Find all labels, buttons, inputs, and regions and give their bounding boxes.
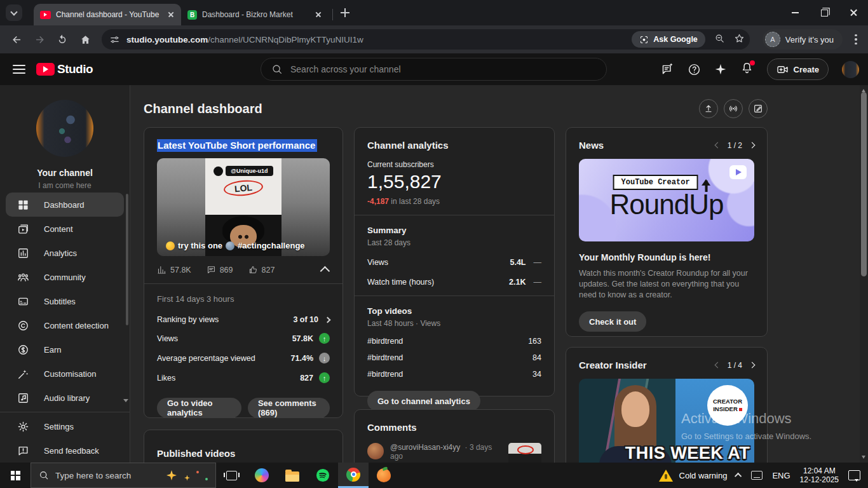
browser-menu-button[interactable] bbox=[850, 34, 862, 44]
tab-search-button[interactable] bbox=[6, 4, 22, 21]
start-button[interactable] bbox=[0, 463, 31, 488]
window-close-button[interactable] bbox=[839, 0, 868, 25]
spotify-button[interactable] bbox=[308, 463, 338, 488]
channel-avatar[interactable] bbox=[36, 100, 93, 157]
window-minimize-button[interactable] bbox=[780, 0, 810, 25]
page-scrollbar[interactable] bbox=[860, 85, 868, 463]
back-button[interactable] bbox=[6, 29, 27, 50]
notifications-icon[interactable] bbox=[848, 470, 860, 480]
chevron-right-icon[interactable] bbox=[749, 142, 756, 149]
go-live-button[interactable] bbox=[724, 99, 743, 118]
sparkle-icon[interactable] bbox=[714, 63, 727, 76]
likes-count: 827 bbox=[262, 266, 275, 274]
comment-video-thumbnail[interactable] bbox=[508, 443, 541, 463]
sidebar-item-send-feedback[interactable]: Send feedback bbox=[0, 438, 130, 463]
task-view-button[interactable] bbox=[216, 463, 247, 488]
views-stat: 57.8K bbox=[157, 265, 191, 274]
scroll-up-arrow-icon[interactable] bbox=[862, 87, 865, 92]
sidebar-scroll-arrow-icon[interactable] bbox=[123, 399, 128, 405]
sidebar-item-earn[interactable]: Earn bbox=[0, 337, 130, 362]
browser-toolbar: studio.youtube.com/channel/UCNRNqDibPlmy… bbox=[0, 25, 868, 53]
sidebar-item-content[interactable]: Content bbox=[0, 217, 130, 241]
comment-author[interactable]: @suroviHasan-xi4yy bbox=[390, 443, 460, 452]
studio-search-bar[interactable] bbox=[261, 58, 607, 81]
sidebar-item-community[interactable]: Community bbox=[0, 265, 130, 289]
analytics-button-row: Go to channel analytics bbox=[367, 391, 541, 411]
language-indicator[interactable]: ENG bbox=[772, 471, 790, 480]
check-it-out-button[interactable]: Check it out bbox=[579, 311, 646, 332]
create-button[interactable]: Create bbox=[767, 58, 829, 80]
copilot-button[interactable] bbox=[247, 463, 277, 488]
chrome-button[interactable] bbox=[338, 463, 369, 488]
feedback-icon[interactable] bbox=[661, 63, 674, 76]
copilot-sparkle-icon bbox=[166, 470, 177, 480]
go-live-icon bbox=[728, 104, 738, 114]
sidebar-item-dashboard[interactable]: Dashboard bbox=[6, 193, 124, 217]
tab-separator bbox=[332, 9, 333, 20]
notifications-button[interactable] bbox=[740, 62, 754, 78]
go-to-video-analytics-button[interactable]: Go to video analytics bbox=[157, 398, 241, 418]
short-thumbnail[interactable]: @Unique-u1d LOL try this one #actingchal… bbox=[157, 158, 330, 256]
studio-logo[interactable]: Studio bbox=[36, 62, 93, 76]
tab-close-icon[interactable] bbox=[166, 10, 176, 20]
help-icon[interactable] bbox=[688, 63, 701, 76]
top-video-row[interactable]: #birdtrend 84 bbox=[367, 353, 541, 362]
tray-chevron-icon[interactable] bbox=[735, 473, 742, 480]
scrollbar-thumb[interactable] bbox=[861, 92, 867, 276]
touch-keyboard-icon[interactable] bbox=[751, 471, 763, 480]
address-bar[interactable]: studio.youtube.com/channel/UCNRNqDibPlmy… bbox=[102, 29, 750, 50]
sidebar-item-analytics[interactable]: Analytics bbox=[0, 241, 130, 265]
notification-dot bbox=[750, 60, 755, 65]
site-settings-icon[interactable] bbox=[109, 34, 120, 45]
tab-channel-dashboard[interactable]: Channel dashboard - YouTube S bbox=[34, 4, 181, 25]
taskbar-search[interactable] bbox=[31, 463, 216, 488]
go-to-channel-analytics-button[interactable]: Go to channel analytics bbox=[367, 391, 480, 411]
tab-bizkro-market[interactable]: B Dashboard - Bizkro Market bbox=[181, 4, 329, 25]
studio-search-input[interactable] bbox=[290, 64, 596, 74]
home-button[interactable] bbox=[75, 29, 95, 50]
channel-name: Your channel bbox=[0, 168, 130, 178]
sidebar-item-settings[interactable]: Settings bbox=[0, 414, 130, 438]
scroll-down-arrow-icon[interactable] bbox=[862, 456, 865, 461]
zoom-button[interactable] bbox=[714, 33, 725, 46]
metric-value: 57.8K bbox=[292, 334, 313, 343]
menu-hamburger-icon[interactable] bbox=[13, 65, 25, 74]
window-restore-button[interactable] bbox=[810, 0, 839, 25]
chevron-left-icon[interactable] bbox=[714, 362, 721, 369]
new-tab-button[interactable] bbox=[337, 4, 353, 21]
play-button-icon[interactable] bbox=[729, 165, 747, 179]
sidebar-item-audio-library[interactable]: Audio library bbox=[0, 386, 130, 410]
top-video-row[interactable]: #birdtrend 34 bbox=[367, 370, 541, 379]
insider-video-thumbnail[interactable]: THIS WEEK AT YOUTUBE CREATOR INSIDER bbox=[579, 379, 754, 463]
bookmark-button[interactable] bbox=[734, 33, 745, 46]
taskbar-search-input[interactable] bbox=[55, 471, 160, 480]
sidebar-scrollbar[interactable] bbox=[126, 194, 128, 325]
summary-value: 2.1K bbox=[509, 278, 526, 287]
verify-profile-button[interactable]: A Verify it's you bbox=[763, 29, 843, 50]
metric-row-ranking[interactable]: Ranking by views 3 of 10 bbox=[157, 315, 330, 324]
file-explorer-button[interactable] bbox=[277, 463, 308, 488]
news-banner[interactable]: YouTube Creator RoundUp bbox=[579, 159, 754, 241]
chevron-right-icon[interactable] bbox=[749, 362, 756, 369]
sidebar-item-customisation[interactable]: Customisation bbox=[0, 362, 130, 386]
top-videos-title: Top videos bbox=[367, 306, 541, 316]
top-video-row[interactable]: #birdtrend 163 bbox=[367, 337, 541, 346]
chevron-left-icon[interactable] bbox=[714, 142, 721, 149]
sidebar-item-content-detection[interactable]: Content detection bbox=[0, 313, 130, 337]
tab-close-icon[interactable] bbox=[313, 10, 323, 20]
edit-button[interactable] bbox=[749, 99, 768, 118]
upload-video-button[interactable] bbox=[699, 99, 718, 118]
lol-sticker: LOL bbox=[223, 179, 264, 197]
weather-status[interactable]: Cold warning bbox=[659, 470, 728, 482]
ask-google-button[interactable]: Ask Google bbox=[632, 31, 705, 48]
clock[interactable]: 12:04 AM 12-12-2025 bbox=[800, 466, 839, 485]
reload-button[interactable] bbox=[52, 29, 72, 50]
comment-item[interactable]: @suroviHasan-xi4yy · 3 days ago [LoL] bbox=[367, 443, 541, 463]
see-comments-button[interactable]: See comments (869) bbox=[248, 398, 330, 418]
studio-header-actions: Create bbox=[661, 58, 859, 80]
forward-button[interactable] bbox=[29, 29, 50, 50]
sidebar-item-subtitles[interactable]: Subtitles bbox=[0, 289, 130, 313]
account-avatar[interactable] bbox=[842, 61, 859, 78]
fl-studio-button[interactable] bbox=[369, 463, 399, 488]
collapse-chevron-icon[interactable] bbox=[320, 266, 330, 276]
